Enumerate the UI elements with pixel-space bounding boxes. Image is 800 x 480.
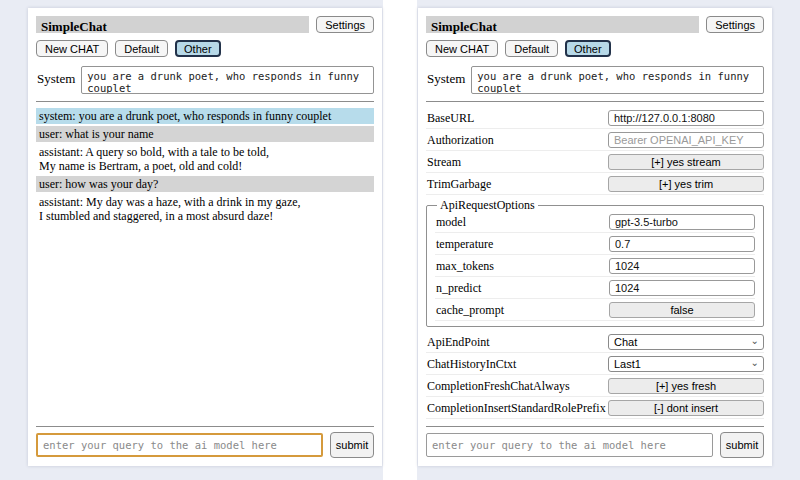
settings-row-authorization: Authorization	[426, 132, 764, 151]
model-label: model	[435, 215, 466, 230]
stream-toggle-button[interactable]: [+] yes stream	[608, 154, 764, 170]
title-bar: SimpleChat	[36, 16, 309, 33]
authorization-label: Authorization	[426, 133, 494, 148]
chat-panel: SimpleChat Settings New CHAT Default Oth…	[28, 8, 382, 466]
panel-gap	[383, 0, 417, 480]
chat-message-assistant: assistant: My day was a haze, with a dri…	[36, 194, 374, 224]
chat-message-user: user: how was your day?	[36, 176, 374, 192]
settings-button[interactable]: Settings	[706, 16, 764, 33]
trimgarbage-toggle-button[interactable]: [+] yes trim	[608, 176, 764, 192]
api-endpoint-value: Chat	[614, 336, 637, 348]
system-label: System	[36, 66, 81, 87]
settings-row-n-predict: n_predict	[435, 280, 755, 299]
title-bar: SimpleChat	[426, 16, 699, 33]
settings-panel: SimpleChat Settings New CHAT Default Oth…	[418, 8, 772, 466]
query-input[interactable]	[36, 433, 323, 457]
header-row: SimpleChat Settings	[36, 16, 374, 33]
n-predict-label: n_predict	[435, 281, 481, 296]
system-prompt-input[interactable]: you are a drunk poet, who responds in fu…	[471, 66, 764, 94]
api-endpoint-select[interactable]: Chat ⌄	[608, 334, 764, 350]
n-predict-input[interactable]	[609, 280, 755, 296]
settings-row-completion-insert: CompletionInsertStandardRolePrefix [-] d…	[426, 400, 764, 419]
baseurl-input[interactable]	[608, 110, 764, 126]
session-row: New CHAT Default Other	[426, 40, 764, 57]
settings-row-completion-fresh: CompletionFreshChatAlways [+] yes fresh	[426, 378, 764, 397]
session-button-other[interactable]: Other	[175, 40, 221, 57]
settings-row-api-endpoint: ApiEndPoint Chat ⌄	[426, 334, 764, 353]
settings-row-baseurl: BaseURL	[426, 110, 764, 129]
completion-insert-toggle-button[interactable]: [-] dont insert	[608, 400, 764, 416]
chevron-down-icon: ⌄	[751, 335, 759, 347]
settings-row-chat-history: ChatHistoryInCtxt Last1 ⌄	[426, 356, 764, 375]
chat-message-system: system: you are a drunk poet, who respon…	[36, 108, 374, 124]
new-chat-button[interactable]: New CHAT	[36, 40, 108, 57]
divider	[426, 101, 764, 102]
completion-insert-label: CompletionInsertStandardRolePrefix	[426, 401, 606, 416]
chat-history-select[interactable]: Last1 ⌄	[608, 356, 764, 372]
settings-list: BaseURL Authorization Stream [+] yes str…	[426, 107, 764, 421]
session-button-default[interactable]: Default	[505, 40, 558, 57]
chat-history-label: ChatHistoryInCtxt	[426, 357, 516, 372]
divider	[36, 426, 374, 427]
authorization-input[interactable]	[608, 132, 764, 148]
max-tokens-label: max_tokens	[435, 259, 494, 274]
settings-row-stream: Stream [+] yes stream	[426, 154, 764, 173]
submit-button[interactable]: submit	[720, 432, 764, 458]
new-chat-button[interactable]: New CHAT	[426, 40, 498, 57]
query-input[interactable]	[426, 433, 713, 457]
temperature-input[interactable]	[609, 236, 755, 252]
app-title: SimpleChat	[41, 19, 107, 34]
apirequestoptions-fieldset: ApiRequestOptions model temperature max_…	[426, 198, 764, 327]
system-row: System you are a drunk poet, who respond…	[36, 66, 374, 94]
session-button-other[interactable]: Other	[565, 40, 611, 57]
system-row: System you are a drunk poet, who respond…	[426, 66, 764, 94]
chevron-down-icon: ⌄	[751, 357, 759, 369]
settings-row-trimgarbage: TrimGarbage [+] yes trim	[426, 176, 764, 195]
header-row: SimpleChat Settings	[426, 16, 764, 33]
chat-history-value: Last1	[614, 358, 641, 370]
baseurl-label: BaseURL	[426, 111, 474, 126]
cache-prompt-label: cache_prompt	[435, 303, 504, 318]
divider	[426, 426, 764, 427]
cache-prompt-toggle-button[interactable]: false	[609, 302, 755, 318]
completion-fresh-toggle-button[interactable]: [+] yes fresh	[608, 378, 764, 394]
session-row: New CHAT Default Other	[36, 40, 374, 57]
stream-label: Stream	[426, 155, 461, 170]
system-prompt-input[interactable]: you are a drunk poet, who responds in fu…	[81, 66, 374, 94]
chat-message-user: user: what is your name	[36, 126, 374, 142]
query-row: submit	[426, 432, 764, 458]
query-row: submit	[36, 432, 374, 458]
settings-row-max-tokens: max_tokens	[435, 258, 755, 277]
completion-fresh-label: CompletionFreshChatAlways	[426, 379, 570, 394]
system-label: System	[426, 66, 471, 87]
session-button-default[interactable]: Default	[115, 40, 168, 57]
settings-row-temperature: temperature	[435, 236, 755, 255]
trimgarbage-label: TrimGarbage	[426, 177, 491, 192]
api-endpoint-label: ApiEndPoint	[426, 335, 490, 350]
model-input[interactable]	[609, 214, 755, 230]
app-title: SimpleChat	[431, 19, 497, 34]
settings-row-cache-prompt: cache_prompt false	[435, 302, 755, 321]
max-tokens-input[interactable]	[609, 258, 755, 274]
chat-message-assistant: assistant: A query so bold, with a tale …	[36, 144, 374, 174]
temperature-label: temperature	[435, 237, 493, 252]
submit-button[interactable]: submit	[330, 432, 374, 458]
chat-message-list: system: you are a drunk poet, who respon…	[36, 107, 374, 421]
settings-button[interactable]: Settings	[316, 16, 374, 33]
divider	[36, 101, 374, 102]
apirequestoptions-legend: ApiRequestOptions	[437, 198, 538, 213]
settings-row-model: model	[435, 214, 755, 233]
